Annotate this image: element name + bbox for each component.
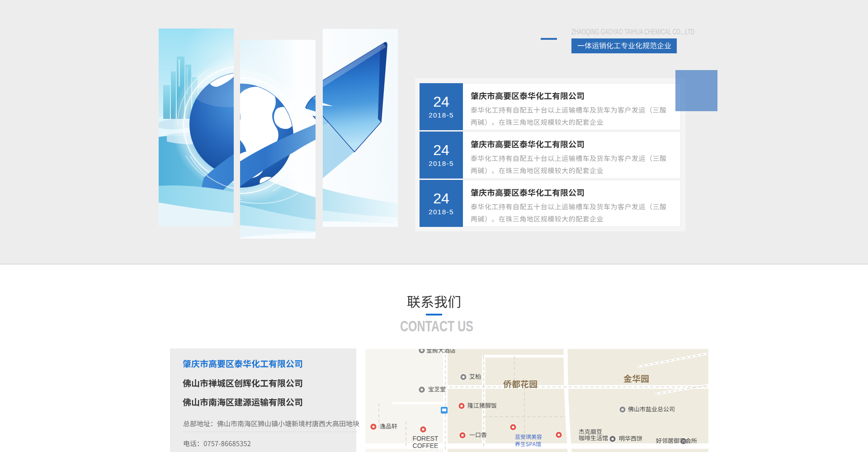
svg-text:FOREST: FOREST — [413, 435, 439, 442]
svg-text:COFFEE: COFFEE — [413, 442, 439, 449]
